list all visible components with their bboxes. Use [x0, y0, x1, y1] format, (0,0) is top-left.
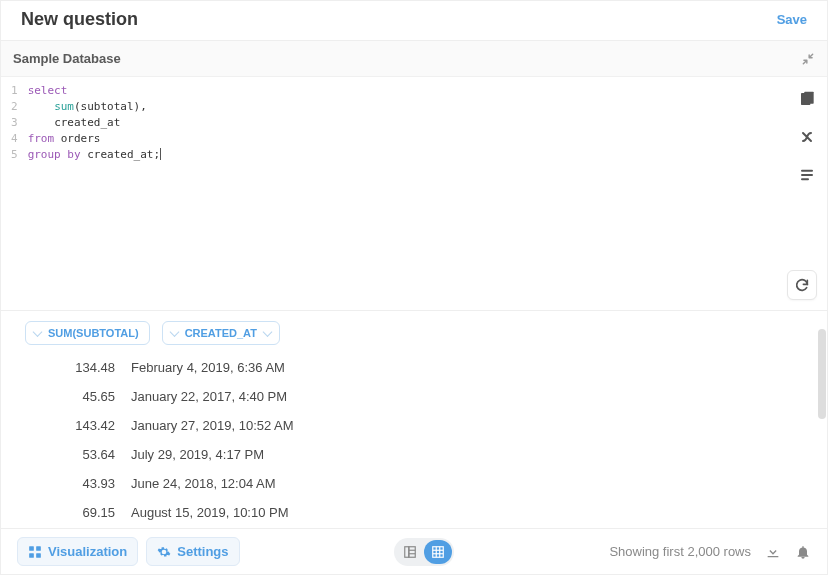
line-gutter: 1 2 3 4 5: [1, 77, 24, 310]
svg-rect-8: [36, 553, 41, 558]
sql-editor-panel: Sample Database 1 2 3 4 5 select sum(sub…: [1, 40, 827, 311]
table-row[interactable]: 45.65January 22, 2017, 4:40 PM: [1, 382, 815, 411]
column-header-sum-subtotal[interactable]: SUM(SUBTOTAL): [25, 321, 150, 345]
column-header-created-at[interactable]: CREATED_AT: [162, 321, 280, 345]
bell-icon[interactable]: [795, 544, 811, 560]
view-toggle-detail[interactable]: [396, 540, 424, 564]
line-number: 1: [11, 83, 18, 99]
visualization-button[interactable]: Visualization: [17, 537, 138, 566]
cell-value: 53.64: [1, 447, 129, 462]
run-query-button[interactable]: [787, 270, 817, 300]
results-rows: 134.48February 4, 2019, 6:36 AM 45.65Jan…: [1, 353, 827, 527]
row-count-status: Showing first 2,000 rows: [609, 544, 751, 559]
cell-value: 43.93: [1, 476, 129, 491]
cell-date: June 24, 2018, 12:04 AM: [129, 476, 276, 491]
sql-editor[interactable]: select sum(subtotal), created_at from or…: [24, 77, 169, 310]
data-reference-icon[interactable]: [797, 89, 817, 109]
page-header: New question Save: [1, 1, 827, 40]
variables-icon[interactable]: [797, 127, 817, 147]
settings-label: Settings: [177, 544, 228, 559]
footer-bar: Visualization Settings Showing first 2,0…: [1, 528, 827, 574]
grid-icon: [28, 545, 42, 559]
cell-date: January 22, 2017, 4:40 PM: [129, 389, 287, 404]
settings-button[interactable]: Settings: [146, 537, 239, 566]
svg-rect-13: [433, 546, 444, 557]
svg-rect-5: [29, 546, 34, 551]
table-row[interactable]: 43.93June 24, 2018, 12:04 AM: [1, 469, 815, 498]
line-number: 5: [11, 147, 18, 163]
database-selector[interactable]: Sample Database: [13, 51, 121, 66]
view-toggle-table[interactable]: [424, 540, 452, 564]
svg-rect-9: [405, 546, 409, 557]
svg-rect-2: [801, 170, 813, 172]
contract-icon[interactable]: [801, 52, 815, 66]
results-panel: SUM(SUBTOTAL) CREATED_AT 134.48February …: [1, 311, 827, 528]
table-row[interactable]: 53.64July 29, 2019, 4:17 PM: [1, 440, 815, 469]
download-icon[interactable]: [765, 544, 781, 560]
gear-icon: [157, 545, 171, 559]
svg-rect-10: [409, 546, 415, 557]
visualization-label: Visualization: [48, 544, 127, 559]
view-toggle: [394, 538, 454, 566]
table-row[interactable]: 143.42January 27, 2019, 10:52 AM: [1, 411, 815, 440]
svg-rect-7: [29, 553, 34, 558]
snippets-icon[interactable]: [797, 165, 817, 185]
cell-value: 45.65: [1, 389, 129, 404]
cell-date: August 15, 2019, 10:10 PM: [129, 505, 289, 520]
cell-value: 69.15: [1, 505, 129, 520]
svg-rect-3: [801, 174, 813, 176]
svg-rect-4: [801, 178, 809, 180]
cell-date: July 29, 2019, 4:17 PM: [129, 447, 264, 462]
scrollbar[interactable]: [818, 329, 826, 419]
svg-rect-1: [804, 92, 813, 104]
cell-value: 143.42: [1, 418, 129, 433]
cell-value: 134.48: [1, 360, 129, 375]
svg-rect-6: [36, 546, 41, 551]
line-number: 2: [11, 99, 18, 115]
line-number: 3: [11, 115, 18, 131]
cell-date: February 4, 2019, 6:36 AM: [129, 360, 285, 375]
table-row[interactable]: 134.48February 4, 2019, 6:36 AM: [1, 353, 815, 382]
line-number: 4: [11, 131, 18, 147]
table-row[interactable]: 69.15August 15, 2019, 10:10 PM: [1, 498, 815, 527]
cell-date: January 27, 2019, 10:52 AM: [129, 418, 294, 433]
save-button[interactable]: Save: [777, 12, 807, 27]
page-title: New question: [21, 9, 138, 30]
